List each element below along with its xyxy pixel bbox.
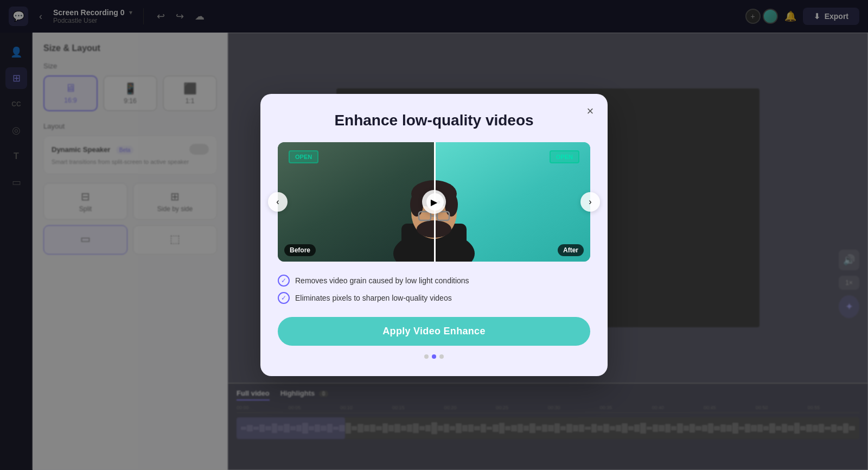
before-label: Before: [284, 244, 316, 256]
features-list: ✓ Removes video grain caused by low ligh…: [278, 275, 590, 304]
dot-1[interactable]: [424, 354, 429, 359]
apply-video-enhance-button[interactable]: Apply Video Enhance: [278, 317, 590, 346]
after-label: After: [558, 244, 584, 256]
prev-slide-button[interactable]: ‹: [268, 192, 288, 212]
before-after-area: ‹ OPEN OPEN: [278, 142, 590, 262]
carousel-dots: [278, 354, 590, 359]
play-button[interactable]: ▶: [422, 190, 446, 214]
dot-3[interactable]: [439, 354, 444, 359]
svg-point-4: [410, 193, 423, 217]
feature-check-1: ✓: [278, 275, 290, 287]
modal-title: Enhance low-quality videos: [278, 111, 590, 130]
next-slide-button[interactable]: ›: [580, 192, 600, 212]
feature-item-2: ✓ Eliminates pixels to sharpen low-quali…: [278, 292, 590, 304]
feature-item-1: ✓ Removes video grain caused by low ligh…: [278, 275, 590, 287]
enhance-modal: × Enhance low-quality videos ‹ OPEN: [260, 94, 608, 377]
svg-point-5: [445, 193, 458, 217]
feature-text-1: Removes video grain caused by low light …: [295, 276, 469, 285]
modal-close-button[interactable]: ×: [582, 103, 599, 120]
feature-check-2: ✓: [278, 292, 290, 304]
feature-text-2: Eliminates pixels to sharpen low-quality…: [295, 294, 452, 302]
dot-2[interactable]: [432, 354, 436, 359]
modal-overlay[interactable]: × Enhance low-quality videos ‹ OPEN: [0, 0, 868, 470]
before-after-container: OPEN OPEN: [278, 142, 590, 262]
